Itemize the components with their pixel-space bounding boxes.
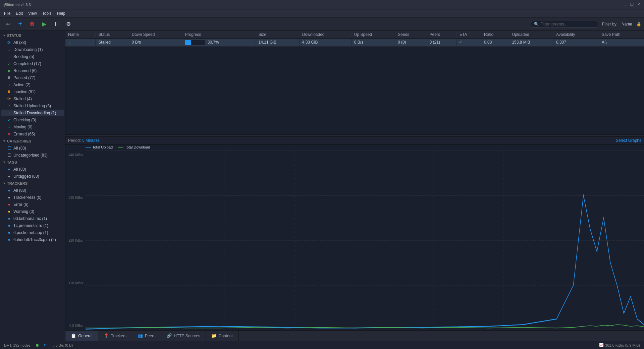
tab-peers[interactable]: 👥 Peers [132,331,161,341]
col-downloaded[interactable]: Downloaded [299,31,351,39]
close-button[interactable]: ✕ [636,2,641,7]
col-seeds[interactable]: Seeds [395,31,427,39]
y-label-440: 440 KiB/s [67,153,84,157]
sidebar-item-stalled[interactable]: ⟳ Stalled (4) [1,96,64,102]
sidebar: ▼ STATUS ⟳ All (83) ↓ Downloading (1) ↑ … [0,31,65,341]
sidebar-item-cat-uncategorised[interactable]: ☰ Uncategorised (83) [1,152,64,159]
menu-edit[interactable]: Edit [13,9,25,17]
sidebar-item-stalled-uploading[interactable]: ↑ Stalled Uploading (3) [1,103,64,109]
dht-text: DHT: 192 nodes [4,343,31,347]
all-icon: ⟳ [7,40,11,45]
period-value[interactable]: 5 Minutes [82,138,100,143]
minimize-button[interactable]: — [623,2,628,7]
sidebar-item-errored[interactable]: ✕ Errored (65) [1,131,64,137]
sidebar-item-tracker-6pocket[interactable]: ● 6.pocketnet.app (1) [1,229,64,236]
col-ratio[interactable]: Ratio [481,31,509,39]
cell-name: ↓ [65,39,96,47]
errored-icon: ✕ [7,132,11,136]
sidebar-item-tag-untagged[interactable]: ● Untagged (83) [1,173,64,180]
tab-content[interactable]: 📁 Content [206,331,238,341]
filter-label: Filter by: [602,22,618,26]
sidebar-item-paused[interactable]: ⏸ Paused (77) [1,74,64,81]
torrent-table-container[interactable]: Name Status Down Speed Progress Size Dow… [65,31,644,135]
speed-chart-icon: 📈 [599,343,604,347]
legend-download-label: Total Download [125,145,150,149]
tab-http-sources[interactable]: 🔗 HTTP Sources [161,331,206,341]
sidebar-item-tracker-warning[interactable]: ● Warning (0) [1,208,64,215]
sidebar-item-tracker-warning-label: Warning (0) [13,209,34,214]
sidebar-item-completed[interactable]: ✓ Completed (17) [1,60,64,67]
cell-progress: 30.7% [182,39,256,47]
sidebar-item-errored-label: Errored (65) [13,132,35,136]
dht-dot-green [36,344,39,347]
sidebar-item-checking[interactable]: ✓ Checking (0) [1,117,64,123]
sidebar-item-inactive-label: Inactive (81) [13,90,36,94]
remove-button[interactable]: 🗑 [27,19,38,30]
col-up-speed[interactable]: Up Speed [351,31,395,39]
menu-tools[interactable]: Tools [40,9,54,17]
select-graphs-button[interactable]: Select Graphs [616,138,641,143]
sidebar-item-stalled-downloading-label: Stalled Downloading (1) [13,111,56,115]
col-down-speed[interactable]: Down Speed [129,31,182,39]
legend-download[interactable]: Total Download [118,145,150,149]
progress-label: 30.7% [208,40,219,45]
tab-general[interactable]: 📋 General [65,331,98,341]
pause-button[interactable]: ⏸ [51,19,62,30]
statusbar: DHT: 192 nodes ⟳ ↓ 0 B/s (0 B) 📈 381.6 K… [0,341,644,349]
down-speed-text: 0 B/s (0 B) [55,343,73,347]
sidebar-item-stalled-downloading[interactable]: ↓ Stalled Downloading (1) [1,110,64,116]
col-name[interactable]: Name [65,31,96,39]
sidebar-item-cat-all[interactable]: ☰ All (83) [1,145,64,152]
sidebar-item-all[interactable]: ⟳ All (83) [1,39,64,46]
tab-trackers[interactable]: 📍 Trackers [98,331,132,341]
y-label-110: 110 KiB/s [67,281,84,285]
sidebar-item-downloading[interactable]: ↓ Downloading (1) [1,46,64,53]
tracker-6ah-icon: ● [7,237,11,242]
categories-section-header[interactable]: ▼ CATEGORIES [0,138,65,144]
sidebar-item-active[interactable]: ↕ Active (2) [1,81,64,88]
cell-uploaded: 153.8 MiB [509,39,553,47]
col-uploaded[interactable]: Uploaded [509,31,553,39]
search-input[interactable] [540,22,594,26]
menubar: File Edit View Tools Help [0,9,644,17]
status-section-header[interactable]: ▼ STATUS [0,32,65,39]
sidebar-item-inactive[interactable]: ⏸ Inactive (81) [1,89,64,95]
col-status[interactable]: Status [96,31,129,39]
back-button[interactable]: ↩ [3,19,13,30]
options-button[interactable]: ⚙ [63,19,74,30]
sidebar-item-tracker-1c[interactable]: ● 1c.premierzal.ru (1) [1,222,64,229]
table-row[interactable]: ↓ Stalled 0 B/s 30.7% 14.11 GiB 4.33 GiB [65,39,644,47]
menu-file[interactable]: File [1,9,13,17]
sidebar-item-seeding[interactable]: ↑ Seeding (5) [1,53,64,60]
toolbar: ↩ + 🗑 ▶ ⏸ ⚙ 🔍 Filter by: Name 🔒 [0,17,644,31]
sidebar-item-tracker-less[interactable]: ● Tracker-less (0) [1,194,64,201]
col-eta[interactable]: ETA [457,31,481,39]
menu-view[interactable]: View [25,9,40,17]
main-container: ▼ STATUS ⟳ All (83) ↓ Downloading (1) ↑ … [0,31,644,341]
progress-bar [185,40,205,45]
sidebar-item-tracker-6ah[interactable]: ● 6ahddutb1ucc3cp.ru (2) [1,236,64,243]
col-save-path[interactable]: Save Path [599,31,644,39]
tracker-error-icon: ● [7,202,11,207]
trackers-section-label: TRACKERS [7,181,28,185]
sidebar-item-resumed[interactable]: ▶ Resumed (6) [1,67,64,74]
col-availability[interactable]: Availability [553,31,599,39]
sidebar-item-completed-label: Completed (17) [13,61,41,66]
col-peers[interactable]: Peers [427,31,457,39]
tags-section-header[interactable]: ▼ TAGS [0,159,65,166]
add-torrent-button[interactable]: + [15,19,25,30]
restore-button[interactable]: ❐ [629,2,635,7]
sidebar-item-moving[interactable]: → Moving (0) [1,124,64,130]
sidebar-item-tracker-all[interactable]: ● All (83) [1,187,64,194]
legend-upload[interactable]: Total Upload [86,145,113,149]
menu-help[interactable]: Help [54,9,68,17]
sidebar-item-tag-all[interactable]: ● All (83) [1,166,64,173]
col-progress[interactable]: Progress [182,31,256,39]
sidebar-item-tag-all-label: All (83) [13,167,26,172]
trackers-section-header[interactable]: ▼ TRACKERS [0,180,65,187]
sidebar-item-tracker-0d[interactable]: ● 0d.kebhana.mx (1) [1,215,64,222]
col-size[interactable]: Size [256,31,299,39]
resume-button[interactable]: ▶ [39,19,50,30]
sidebar-item-tracker-error[interactable]: ● Error (6) [1,201,64,208]
up-speed-status: 📈 381.6 KiB/s (5.9 MiB) [599,343,640,347]
